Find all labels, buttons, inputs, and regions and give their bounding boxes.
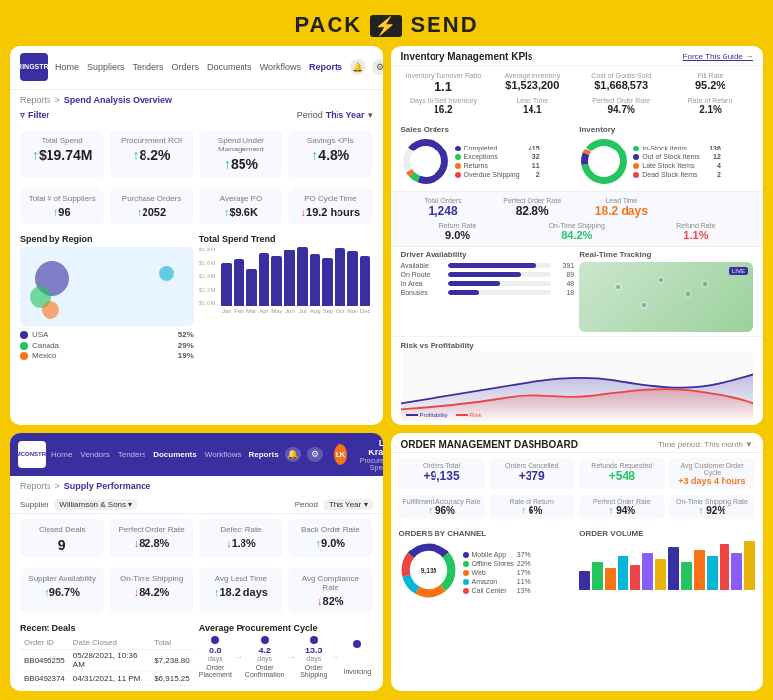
inv-donut-container: In-Stock Items 136 Out of Stock Items 12… [579, 137, 753, 186]
supply-settings-icon[interactable]: ⚙ [307, 447, 323, 462]
cycle-arrow-1: → [234, 651, 243, 662]
bar-chart-container: JanFebMarAprMayJunJulAugSepOctNovDec [219, 247, 372, 314]
driver-availability: Driver Availability Available 391 On Rou… [401, 250, 575, 332]
driver-bar-bg-inarea [448, 281, 552, 286]
vol-bar-2 [605, 568, 616, 590]
spend-nav-logo: ENGINEERING STRUCTURES [20, 53, 48, 81]
nav-link-documents[interactable]: Documents [207, 62, 252, 72]
deals-table: Order ID Date Closed Total BB0496255 05/… [20, 636, 194, 686]
deal-row-2: BB0492374 04/31/2021, 11 PM $6,915.25 [20, 672, 194, 686]
nav-link-suppliers[interactable]: Suppliers [87, 62, 125, 72]
logo-area: PACK ⚡ SEND [0, 0, 773, 46]
bar-11 [360, 256, 371, 306]
bar-6 [297, 247, 308, 306]
supply-nav-home[interactable]: Home [51, 450, 72, 459]
bar-chart [219, 247, 372, 306]
channel-callcenter: Call Center 13% [463, 587, 531, 594]
bar-labels: JanFebMarAprMayJunJulAugSepOctNovDec [219, 306, 372, 314]
supply-nav-tenders[interactable]: Tenders [118, 450, 145, 459]
filter-button[interactable]: ▿ Filter [20, 110, 49, 120]
bar-label-1: Feb [234, 308, 244, 314]
vol-bar-13 [744, 541, 755, 590]
vol-bar-8 [681, 562, 692, 590]
order-kpi-row2: Fulfillment Accuracy Rate ↑ 96% Rate of … [391, 495, 764, 524]
settings-icon[interactable]: ⚙ [372, 59, 383, 75]
period-selector[interactable]: Period This Year ▾ [297, 110, 373, 120]
order-perfect: Perfect Order Rate ↑ 94% [579, 495, 665, 519]
driver-bar-fill-inarea [448, 281, 500, 286]
supply-bell-icon[interactable]: 🔔 [285, 447, 301, 462]
supply-performance-panel: CUSTOM CONSTRUCTION Home Vendors Tenders… [10, 433, 383, 691]
col-order-id: Order ID [20, 636, 69, 650]
inv-cogs: Cost of Goods Sold $1,668,573 [578, 72, 664, 94]
sales-donut-container: Completed 415 Exceptions 32 Returns 11 [401, 137, 575, 186]
latestock-dot [633, 163, 639, 169]
supply-bottom-section: Recent Deals Order ID Date Closed Total … [10, 618, 383, 691]
driver-tracking-section: Driver Availability Available 391 On Rou… [391, 246, 764, 336]
logo-icon: ⚡ [370, 15, 402, 37]
legend-mexico: Mexico 19% [20, 351, 194, 360]
mexico-dot [20, 352, 28, 360]
kpi-avg-compliance: Avg Compliance Rate ↓82% [288, 568, 372, 613]
vol-bar-11 [720, 544, 730, 590]
bell-icon[interactable]: 🔔 [350, 59, 366, 75]
order-total: Orders Total +9,135 [399, 458, 485, 490]
channel-donut-wrapper: 9,135 [399, 541, 458, 602]
spend-filter-row: ▿ Filter Period This Year ▾ [10, 110, 383, 125]
nav-link-tenders[interactable]: Tenders [133, 62, 164, 72]
cycle-dot-1 [211, 636, 219, 644]
instock-dot [633, 146, 639, 151]
kpi-supplier-avail: Supplier Availability ↑96.7% [20, 568, 104, 613]
sales-orders-chart: Sales Orders Completed 415 [401, 125, 575, 186]
order-refunds: Refunds Requested +548 [579, 458, 665, 490]
period-dropdown[interactable]: This Year ▾ [324, 499, 373, 510]
bar-label-8: Sep [323, 308, 334, 314]
dropdown-chevron-icon: ▾ [128, 500, 132, 509]
region-legend: USA 52% Canada 29% Mexico 19% [20, 330, 194, 360]
kpi-ontime-shipping: On-Time Shipping ↓84.2% [109, 568, 193, 613]
nav-link-workflows[interactable]: Workflows [260, 62, 301, 72]
kpi-perfect-order-rate: Perfect Order Rate ↓82.8% [109, 519, 193, 558]
strip-kpi-row: Total Orders 1,248 Perfect Order Rate 82… [401, 197, 754, 218]
tracking-map: LIVE [579, 262, 753, 332]
supply-user-avatar: LK [334, 444, 348, 465]
svg-text:9,135: 9,135 [420, 567, 436, 575]
inv-days-sell: Days to Sell Inventory 16.2 [401, 97, 487, 115]
mobile-dot [463, 552, 469, 558]
bar-10 [347, 251, 358, 306]
supply-nav-icons: 🔔 ⚙ [285, 447, 323, 462]
supply-nav-docs[interactable]: Documents [153, 450, 197, 459]
strip-total-orders: Total Orders 1,248 [401, 197, 486, 218]
region-map [20, 247, 194, 326]
spend-analysis-panel: ENGINEERING STRUCTURES Home Suppliers Te… [10, 46, 383, 425]
nav-link-reports-active[interactable]: Reports [309, 62, 342, 72]
kpi-savings: Savings KPIs ↑4.8% [288, 130, 372, 178]
spend-by-region: Spend by Region USA 52% [20, 234, 194, 360]
nav-link-orders[interactable]: Orders [172, 62, 200, 72]
supply-nav-workflows[interactable]: Workflows [205, 450, 242, 459]
bar-label-11: Dec [360, 308, 371, 314]
cycle-order-confirm: 4.2 days OrderConfirmation [245, 636, 285, 678]
col-total: Total [150, 636, 194, 650]
cycle-steps-container: 0.8 days OrderPlacement → 4.2 days Order… [199, 636, 373, 678]
strip-return-rate: Return Rate 9.0% [401, 222, 516, 241]
inv-lead-time: Lead Time 14.1 [489, 97, 575, 115]
supplier-dropdown[interactable]: Williamson & Sons ▾ [54, 499, 137, 510]
supply-nav-reports[interactable]: Reports [248, 450, 278, 459]
channel-legend: Mobile App 37% Offline Stores 22% Web 17… [463, 551, 531, 594]
chart-y-labels: $1.8M $1.6M $1.4M $1.2M $1.0M [199, 247, 216, 306]
nav-link-home[interactable]: Home [55, 62, 79, 72]
driver-bar-fill-bonuses [448, 290, 479, 295]
supplier-row: Supplier Williamson & Sons ▾ Period This… [10, 496, 383, 514]
risk-chart: Profitability Risk [401, 351, 754, 421]
deal-row-1: BB0496255 05/28/2021, 10:36 AM $7,238.80 [20, 650, 194, 672]
total-spend-trend: Total Spend Trend $1.8M $1.6M $1.4M $1.2… [199, 234, 373, 360]
supply-nav-vendors[interactable]: Vendors [80, 450, 109, 459]
risk-legend: Profitability Risk [406, 412, 482, 418]
filter-icon: ▿ [20, 110, 25, 120]
bar-label-7: Aug [310, 308, 321, 314]
channel-donut-container: 9,135 Mobile App 37% Offline Stores 22% [399, 541, 575, 602]
bar-label-5: Jun [285, 308, 296, 314]
bar-7 [310, 254, 321, 306]
inventory-panel: Inventory Management KPIs Force This Gui… [391, 46, 764, 425]
